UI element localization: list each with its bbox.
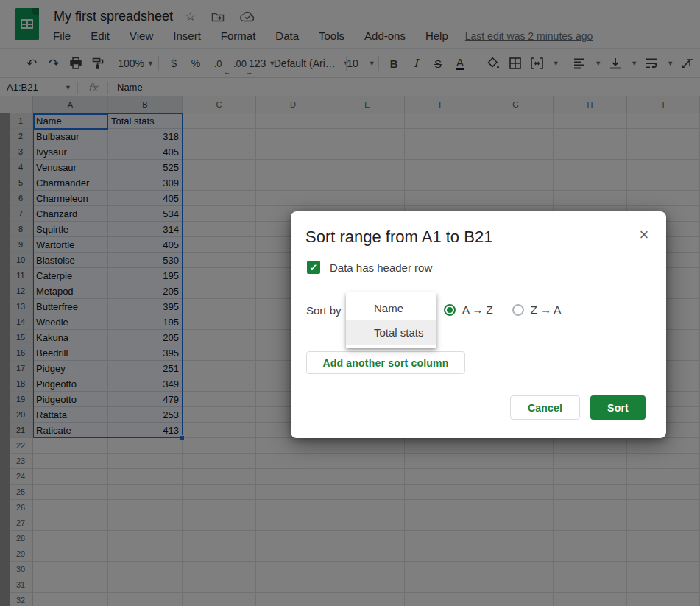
header-row-checkbox-row[interactable]: ✓ Data has header row	[307, 261, 432, 274]
sort-direction-radios: A → Z Z → A	[444, 303, 561, 316]
dialog-title: Sort range from A1 to B21	[305, 228, 492, 247]
radio-ascending-label[interactable]: A → Z	[462, 303, 493, 316]
add-sort-column-button[interactable]: Add another sort column	[306, 351, 465, 374]
cancel-button[interactable]: Cancel	[510, 395, 580, 420]
radio-descending[interactable]	[512, 304, 524, 316]
menu-option-name[interactable]: Name	[346, 296, 436, 320]
radio-descending-label[interactable]: Z → A	[531, 303, 562, 316]
sort-column-dropdown-menu: NameTotal stats	[346, 292, 436, 348]
checkbox-checked-icon[interactable]: ✓	[307, 261, 320, 274]
close-icon[interactable]: ×	[634, 225, 654, 245]
radio-ascending[interactable]	[444, 304, 456, 316]
google-sheets-app: My first spreadsheet ☆ FileEditViewInser…	[0, 0, 700, 606]
sort-by-label: Sort by	[306, 304, 342, 317]
sort-button[interactable]: Sort	[590, 395, 646, 420]
menu-option-total-stats[interactable]: Total stats	[346, 320, 436, 345]
checkbox-label: Data has header row	[330, 261, 432, 274]
